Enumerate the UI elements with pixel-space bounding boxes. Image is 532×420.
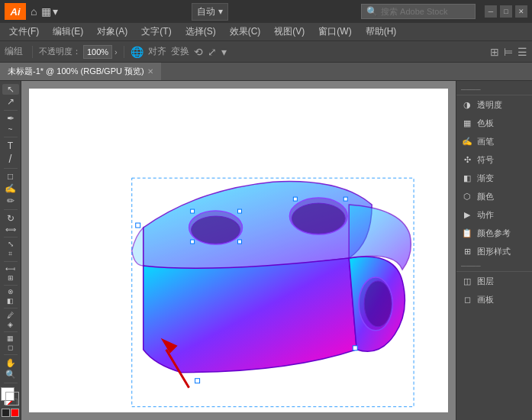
tab-label: 未标题-1* @ 100% (RGB/GPU 预览) [8, 66, 144, 77]
svg-rect-14 [293, 197, 297, 201]
zoom-tool[interactable]: 🔍 [2, 370, 19, 380]
color-label: 颜色 [477, 191, 494, 202]
search-input[interactable] [381, 7, 465, 16]
paintbrush-tool[interactable]: ✍ [2, 183, 19, 194]
color-guide-icon: 📋 [461, 227, 473, 239]
type-tool[interactable]: T [2, 141, 19, 151]
scale-tool[interactable]: ⤡ [2, 240, 19, 248]
color-panel[interactable]: ⬡ 颜色 [456, 187, 532, 205]
search-icon: 🔍 [366, 6, 378, 17]
minimize-button[interactable]: ─ [485, 5, 497, 18]
transform-label: 变换 [171, 45, 189, 58]
svg-rect-15 [343, 197, 347, 201]
tab-close[interactable]: ✕ [147, 67, 153, 76]
red-swatch[interactable] [11, 409, 19, 417]
direct-select-tool[interactable]: ↗ [2, 96, 19, 107]
svg-rect-13 [238, 240, 242, 244]
color-guide-label: 颜色参考 [477, 228, 511, 239]
curvature-tool[interactable]: ~ [2, 125, 19, 134]
symbols-icon: ✣ [461, 153, 473, 166]
transparency-panel[interactable]: ◑ 透明度 [456, 95, 532, 114]
home-icon-btn[interactable]: ⌂ [31, 5, 37, 18]
width-tool[interactable]: ⟻ [2, 265, 19, 273]
gradient-tool[interactable]: ◧ [2, 297, 19, 305]
color-guide-panel[interactable]: 📋 颜色参考 [456, 224, 532, 242]
actions-label: 动作 [477, 209, 494, 221]
layers-panel[interactable]: ◫ 图层 [456, 272, 532, 290]
pencil-tool[interactable]: ✏ [2, 195, 19, 206]
menu-item-窗口(W)[interactable]: 窗口(W) [312, 24, 357, 40]
tab-active[interactable]: 未标题-1* @ 100% (RGB/GPU 预览) ✕ [0, 63, 161, 80]
brushes-panel[interactable]: ✍ 画笔 [456, 132, 532, 150]
menu-item-编辑(E)[interactable]: 编辑(E) [47, 24, 89, 40]
color-icon: ⬡ [461, 190, 473, 202]
shape-tool[interactable]: □ [2, 171, 19, 182]
gradient-label: 渐变 [477, 173, 494, 184]
svg-rect-12 [191, 240, 195, 244]
actions-panel[interactable]: ▶ 动作 [456, 205, 532, 224]
eyedropper-tool[interactable]: 🖉 [2, 312, 19, 319]
right-panel: ──── ◑ 透明度 ▦ 色板 ✍ 画笔 ✣ 符号 ◧ 渐变 ⬡ 颜色 ▶ 动作 [456, 81, 532, 420]
opacity-label: 不透明度： [39, 46, 81, 57]
opacity-input[interactable] [83, 45, 112, 59]
line-tool[interactable]: / [2, 153, 19, 165]
pen-tool[interactable]: ✒ [2, 113, 19, 124]
color-swatch-area [1, 387, 21, 396]
svg-point-5 [364, 281, 392, 327]
menu-icon[interactable]: ☰ [517, 46, 527, 58]
more-icon[interactable]: ▾ [221, 46, 227, 58]
grid-icon[interactable]: ⊞ [490, 46, 499, 58]
column-chart-tool[interactable]: ▦ [2, 334, 19, 342]
opacity-arrow[interactable]: › [114, 47, 118, 57]
menu-item-帮助(H)[interactable]: 帮助(H) [360, 24, 403, 40]
hand-tool[interactable]: ✋ [2, 358, 19, 368]
artboard-tool[interactable]: ◻ [2, 344, 19, 351]
auto-label: 自动 [197, 5, 215, 18]
menu-item-视图(V)[interactable]: 视图(V) [268, 24, 311, 40]
maximize-button[interactable]: □ [500, 5, 512, 18]
options-bar: 编组 不透明度： › 🌐 对齐 变换 ⟲ ⤢ ▾ ⊞ ⊨ ☰ [0, 41, 532, 63]
select-tool[interactable]: ↖ [2, 84, 19, 95]
svg-point-3 [292, 203, 345, 234]
artboards-label: 画板 [477, 294, 494, 305]
left-toolbar: ↖ ↗ ✒ ~ T / □ ✍ ✏ ↻ ⟺ ⤡ ⌗ ⟻ ⊞ ⊗ ◧ 🖉 ◈ ▦ … [0, 81, 21, 420]
canvas-area[interactable] [21, 81, 456, 420]
gradient-panel[interactable]: ◧ 渐变 [456, 169, 532, 187]
window-controls: ─ □ ✕ [485, 5, 527, 18]
separator [124, 46, 124, 58]
symbols-panel[interactable]: ✣ 符号 [456, 150, 532, 169]
stroke-swatch[interactable] [5, 392, 19, 405]
menu-item-选择(S)[interactable]: 选择(S) [179, 24, 222, 40]
shear-tool[interactable]: ⌗ [2, 250, 19, 258]
menu-item-效果(C)[interactable]: 效果(C) [224, 24, 267, 40]
transparency-label: 透明度 [477, 99, 502, 111]
main-area: ↖ ↗ ✒ ~ T / □ ✍ ✏ ↻ ⟺ ⤡ ⌗ ⟻ ⊞ ⊗ ◧ 🖉 ◈ ▦ … [0, 81, 532, 420]
graphic-styles-panel[interactable]: ⊞ 图形样式 [456, 242, 532, 260]
shape-builder-tool[interactable]: ⊗ [2, 288, 19, 296]
opacity-control: 不透明度： › [39, 45, 118, 59]
menu-item-对象(A)[interactable]: 对象(A) [91, 24, 134, 40]
free-transform-tool[interactable]: ⊞ [2, 274, 19, 282]
svg-rect-11 [238, 209, 242, 213]
black-swatch[interactable] [2, 409, 10, 417]
gradient-icon: ◧ [461, 172, 473, 184]
artboards-panel[interactable]: ◻ 画板 [456, 290, 532, 309]
rotate-tool[interactable]: ↻ [2, 213, 19, 224]
menu-item-文件(F)[interactable]: 文件(F) [3, 24, 45, 40]
menu-bar: 文件(F)编辑(E)对象(A)文字(T)选择(S)效果(C)视图(V)窗口(W)… [0, 23, 532, 41]
align-right-icon[interactable]: ⊨ [504, 46, 513, 58]
reflect-tool[interactable]: ⟺ [2, 225, 19, 234]
brushes-icon: ✍ [461, 135, 473, 147]
search-bar[interactable]: 🔍 [361, 4, 476, 19]
transparency-icon: ◑ [461, 99, 473, 111]
svg-rect-6 [136, 223, 140, 228]
blend-tool[interactable]: ◈ [2, 321, 19, 328]
close-button[interactable]: ✕ [515, 5, 527, 18]
transform-icon: ⟲ [194, 46, 203, 58]
layout-icon-btn[interactable]: ▦ ▾ [41, 5, 58, 18]
menu-item-文字(T)[interactable]: 文字(T) [135, 24, 177, 40]
auto-dropdown[interactable]: 自动 ▾ [192, 3, 228, 21]
swatches-panel[interactable]: ▦ 色板 [456, 114, 532, 132]
svg-rect-7 [195, 379, 200, 383]
swatches-icon: ▦ [461, 117, 473, 129]
